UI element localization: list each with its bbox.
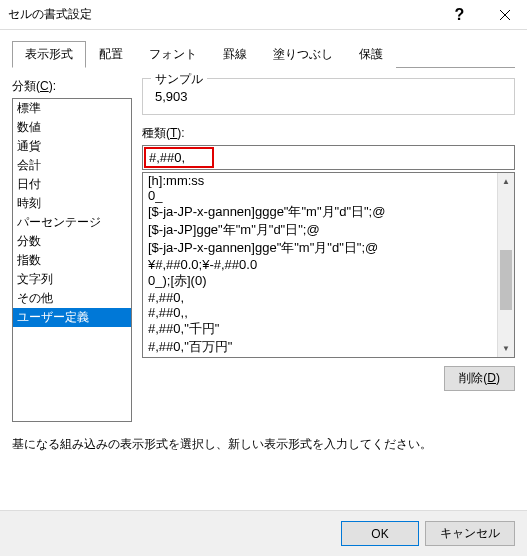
- tab-3[interactable]: 罫線: [210, 41, 260, 68]
- category-item[interactable]: 通貨: [13, 137, 131, 156]
- category-item[interactable]: 指数: [13, 251, 131, 270]
- scroll-thumb[interactable]: [500, 250, 512, 310]
- type-highlight: [144, 147, 214, 168]
- format-list[interactable]: [h]:mm:ss0_[$-ja-JP-x-gannen]ggge"年"m"月"…: [142, 172, 515, 358]
- sample-box: サンプル 5,903: [142, 78, 515, 115]
- tab-1[interactable]: 配置: [86, 41, 136, 68]
- format-item[interactable]: 0_);[赤](0): [143, 272, 497, 290]
- format-item[interactable]: #,##0,: [143, 290, 497, 305]
- category-item[interactable]: 数値: [13, 118, 131, 137]
- category-item[interactable]: 日付: [13, 175, 131, 194]
- titlebar: セルの書式設定 ?: [0, 0, 527, 30]
- category-item[interactable]: 分数: [13, 232, 131, 251]
- category-item[interactable]: 会計: [13, 156, 131, 175]
- tab-0[interactable]: 表示形式: [12, 41, 86, 68]
- type-input[interactable]: [149, 150, 209, 165]
- format-item[interactable]: #,##0,,"百万円": [143, 356, 497, 358]
- format-item[interactable]: ¥#,##0.0;¥-#,##0.0: [143, 257, 497, 272]
- format-item[interactable]: [$-ja-JP-x-gannen]ggge"年"m"月"d"日";@: [143, 203, 497, 221]
- category-item[interactable]: パーセンテージ: [13, 213, 131, 232]
- type-input-wrap: [142, 145, 515, 170]
- format-item[interactable]: 0_: [143, 188, 497, 203]
- category-item[interactable]: その他: [13, 289, 131, 308]
- category-item[interactable]: 文字列: [13, 270, 131, 289]
- delete-row: 削除(D): [142, 366, 515, 391]
- hint-text: 基になる組み込みの表示形式を選択し、新しい表示形式を入力してください。: [12, 436, 515, 453]
- type-label: 種類(T):: [142, 125, 515, 142]
- tab-4[interactable]: 塗りつぶし: [260, 41, 346, 68]
- ok-button[interactable]: OK: [341, 521, 419, 546]
- scroll-down-icon[interactable]: ▼: [498, 340, 514, 357]
- scroll-up-icon[interactable]: ▲: [498, 173, 514, 190]
- close-button[interactable]: [482, 0, 527, 30]
- scrollbar[interactable]: ▲ ▼: [497, 173, 514, 357]
- format-item[interactable]: [$-ja-JP-x-gannen]gge"年"m"月"d"日";@: [143, 239, 497, 257]
- scroll-track[interactable]: [498, 190, 514, 340]
- category-item[interactable]: 時刻: [13, 194, 131, 213]
- category-list[interactable]: 標準数値通貨会計日付時刻パーセンテージ分数指数文字列その他ユーザー定義: [12, 98, 132, 422]
- format-item[interactable]: #,##0,,: [143, 305, 497, 320]
- format-item[interactable]: #,##0,"千円": [143, 320, 497, 338]
- cancel-button[interactable]: キャンセル: [425, 521, 515, 546]
- format-item[interactable]: [h]:mm:ss: [143, 173, 497, 188]
- tab-strip: 表示形式配置フォント罫線塗りつぶし保護: [12, 40, 515, 68]
- category-label: 分類(C):: [12, 78, 132, 95]
- tab-5[interactable]: 保護: [346, 41, 396, 68]
- dialog-content: 表示形式配置フォント罫線塗りつぶし保護 分類(C): 標準数値通貨会計日付時刻パ…: [0, 30, 527, 463]
- help-button[interactable]: ?: [437, 0, 482, 30]
- sample-label: サンプル: [151, 71, 207, 88]
- delete-button[interactable]: 削除(D): [444, 366, 515, 391]
- detail-column: サンプル 5,903 種類(T): [h]:mm:ss0_[$-ja-JP-x-…: [142, 78, 515, 422]
- format-item[interactable]: #,##0,"百万円": [143, 338, 497, 356]
- category-column: 分類(C): 標準数値通貨会計日付時刻パーセンテージ分数指数文字列その他ユーザー…: [12, 78, 132, 422]
- window-title: セルの書式設定: [8, 6, 437, 23]
- dialog-footer: OK キャンセル: [0, 510, 527, 556]
- category-item[interactable]: 標準: [13, 99, 131, 118]
- category-item[interactable]: ユーザー定義: [13, 308, 131, 327]
- tab-2[interactable]: フォント: [136, 41, 210, 68]
- format-item[interactable]: [$-ja-JP]gge"年"m"月"d"日";@: [143, 221, 497, 239]
- main-area: 分類(C): 標準数値通貨会計日付時刻パーセンテージ分数指数文字列その他ユーザー…: [12, 78, 515, 422]
